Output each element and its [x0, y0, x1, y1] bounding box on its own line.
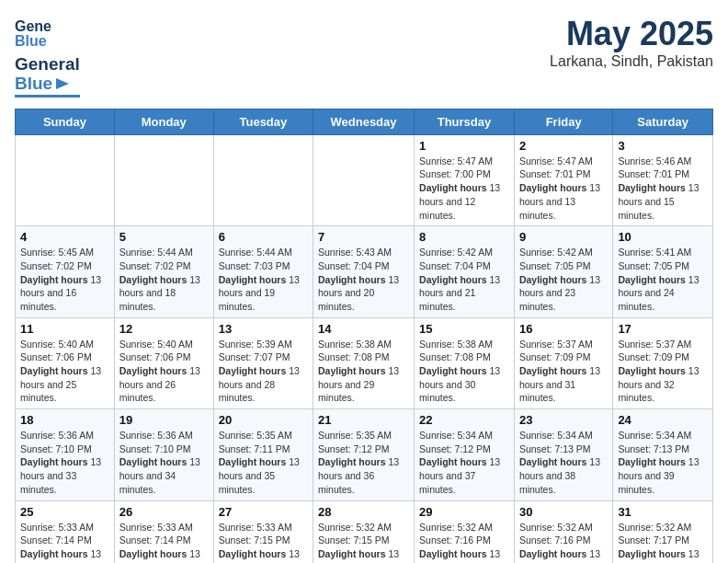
weekday-header: Thursday: [415, 109, 515, 134]
calendar-cell: 28Sunrise: 5:32 AMSunset: 7:15 PMDayligh…: [313, 500, 414, 563]
calendar-week: 1Sunrise: 5:47 AMSunset: 7:00 PMDaylight…: [16, 134, 713, 225]
calendar-cell: 29Sunrise: 5:32 AMSunset: 7:16 PMDayligh…: [415, 500, 515, 563]
calendar-cell: 6Sunrise: 5:44 AMSunset: 7:03 PMDaylight…: [213, 226, 313, 317]
day-number: 13: [219, 322, 308, 336]
day-info: Sunrise: 5:34 AMSunset: 7:12 PMDaylight …: [419, 429, 509, 496]
day-info: Sunrise: 5:38 AMSunset: 7:08 PMDaylight …: [318, 338, 409, 405]
calendar-cell: [313, 134, 414, 225]
logo: General Blue General Blue: [15, 15, 80, 98]
location-title: Larkana, Sindh, Pakistan: [550, 53, 713, 70]
day-number: 12: [119, 322, 209, 336]
day-info: Sunrise: 5:42 AMSunset: 7:04 PMDaylight …: [419, 246, 509, 313]
day-number: 17: [618, 322, 708, 336]
calendar-cell: 19Sunrise: 5:36 AMSunset: 7:10 PMDayligh…: [114, 409, 213, 500]
day-number: 15: [419, 322, 509, 336]
day-info: Sunrise: 5:34 AMSunset: 7:13 PMDaylight …: [618, 429, 708, 496]
day-info: Sunrise: 5:32 AMSunset: 7:16 PMDaylight …: [419, 521, 509, 563]
calendar-cell: 20Sunrise: 5:35 AMSunset: 7:11 PMDayligh…: [213, 409, 313, 500]
month-title: May 2025: [550, 15, 713, 53]
day-number: 16: [519, 322, 608, 336]
calendar-table: SundayMondayTuesdayWednesdayThursdayFrid…: [15, 109, 713, 563]
svg-text:General: General: [15, 18, 51, 34]
calendar-cell: 4Sunrise: 5:45 AMSunset: 7:02 PMDaylight…: [16, 226, 115, 317]
calendar-cell: 14Sunrise: 5:38 AMSunset: 7:08 PMDayligh…: [313, 317, 414, 408]
calendar-cell: 26Sunrise: 5:33 AMSunset: 7:14 PMDayligh…: [114, 500, 213, 563]
calendar-header: SundayMondayTuesdayWednesdayThursdayFrid…: [16, 109, 713, 134]
day-number: 19: [119, 413, 209, 427]
calendar-cell: 10Sunrise: 5:41 AMSunset: 7:05 PMDayligh…: [613, 226, 713, 317]
day-number: 4: [20, 230, 109, 244]
calendar-cell: [114, 134, 213, 225]
day-info: Sunrise: 5:32 AMSunset: 7:16 PMDaylight …: [519, 521, 608, 563]
calendar-cell: 7Sunrise: 5:43 AMSunset: 7:04 PMDaylight…: [313, 226, 414, 317]
calendar-cell: 16Sunrise: 5:37 AMSunset: 7:09 PMDayligh…: [514, 317, 612, 408]
calendar-cell: 25Sunrise: 5:33 AMSunset: 7:14 PMDayligh…: [16, 500, 115, 563]
calendar-week: 4Sunrise: 5:45 AMSunset: 7:02 PMDaylight…: [16, 226, 713, 317]
day-number: 9: [519, 230, 608, 244]
day-info: Sunrise: 5:44 AMSunset: 7:03 PMDaylight …: [219, 246, 308, 313]
logo-general: General: [15, 55, 80, 75]
calendar-cell: [16, 134, 115, 225]
day-number: 5: [119, 230, 209, 244]
calendar-cell: 18Sunrise: 5:36 AMSunset: 7:10 PMDayligh…: [16, 409, 115, 500]
day-number: 14: [318, 322, 409, 336]
day-info: Sunrise: 5:43 AMSunset: 7:04 PMDaylight …: [318, 246, 409, 313]
calendar-cell: 27Sunrise: 5:33 AMSunset: 7:15 PMDayligh…: [213, 500, 313, 563]
day-info: Sunrise: 5:42 AMSunset: 7:05 PMDaylight …: [519, 246, 608, 313]
day-number: 21: [318, 413, 409, 427]
calendar-cell: 3Sunrise: 5:46 AMSunset: 7:01 PMDaylight…: [613, 134, 713, 225]
weekday-header: Monday: [114, 109, 213, 134]
day-number: 6: [219, 230, 308, 244]
logo-blue: Blue: [15, 75, 52, 94]
day-number: 10: [618, 230, 708, 244]
calendar-cell: [213, 134, 313, 225]
logo-icon: General Blue: [15, 15, 51, 52]
weekday-header: Tuesday: [213, 109, 313, 134]
day-info: Sunrise: 5:33 AMSunset: 7:15 PMDaylight …: [219, 521, 308, 563]
weekday-header: Saturday: [613, 109, 713, 134]
calendar-cell: 17Sunrise: 5:37 AMSunset: 7:09 PMDayligh…: [613, 317, 713, 408]
svg-marker-3: [56, 78, 69, 89]
day-info: Sunrise: 5:47 AMSunset: 7:00 PMDaylight …: [419, 155, 509, 222]
day-number: 30: [519, 505, 608, 519]
day-info: Sunrise: 5:35 AMSunset: 7:12 PMDaylight …: [318, 429, 409, 496]
day-number: 2: [519, 139, 608, 153]
calendar-week: 11Sunrise: 5:40 AMSunset: 7:06 PMDayligh…: [16, 317, 713, 408]
calendar-cell: 12Sunrise: 5:40 AMSunset: 7:06 PMDayligh…: [114, 317, 213, 408]
day-info: Sunrise: 5:46 AMSunset: 7:01 PMDaylight …: [618, 155, 708, 222]
day-number: 29: [419, 505, 509, 519]
day-info: Sunrise: 5:44 AMSunset: 7:02 PMDaylight …: [119, 246, 209, 313]
calendar-cell: 9Sunrise: 5:42 AMSunset: 7:05 PMDaylight…: [514, 226, 612, 317]
day-info: Sunrise: 5:32 AMSunset: 7:15 PMDaylight …: [318, 521, 409, 563]
weekday-header: Sunday: [16, 109, 115, 134]
day-number: 27: [219, 505, 308, 519]
day-number: 24: [618, 413, 708, 427]
calendar-cell: 2Sunrise: 5:47 AMSunset: 7:01 PMDaylight…: [514, 134, 612, 225]
weekday-header: Wednesday: [313, 109, 414, 134]
calendar-cell: 31Sunrise: 5:32 AMSunset: 7:17 PMDayligh…: [613, 500, 713, 563]
calendar-week: 25Sunrise: 5:33 AMSunset: 7:14 PMDayligh…: [16, 500, 713, 563]
title-area: May 2025 Larkana, Sindh, Pakistan: [550, 15, 713, 70]
calendar-cell: 30Sunrise: 5:32 AMSunset: 7:16 PMDayligh…: [514, 500, 612, 563]
day-number: 7: [318, 230, 409, 244]
weekday-header: Friday: [514, 109, 612, 134]
day-info: Sunrise: 5:39 AMSunset: 7:07 PMDaylight …: [219, 338, 308, 405]
day-info: Sunrise: 5:32 AMSunset: 7:17 PMDaylight …: [618, 521, 708, 563]
day-number: 8: [419, 230, 509, 244]
calendar-cell: 21Sunrise: 5:35 AMSunset: 7:12 PMDayligh…: [313, 409, 414, 500]
day-number: 1: [419, 139, 509, 153]
day-info: Sunrise: 5:34 AMSunset: 7:13 PMDaylight …: [519, 429, 608, 496]
day-info: Sunrise: 5:45 AMSunset: 7:02 PMDaylight …: [20, 246, 109, 313]
day-info: Sunrise: 5:37 AMSunset: 7:09 PMDaylight …: [618, 338, 708, 405]
day-number: 22: [419, 413, 509, 427]
day-info: Sunrise: 5:38 AMSunset: 7:08 PMDaylight …: [419, 338, 509, 405]
calendar-week: 18Sunrise: 5:36 AMSunset: 7:10 PMDayligh…: [16, 409, 713, 500]
day-info: Sunrise: 5:40 AMSunset: 7:06 PMDaylight …: [119, 338, 209, 405]
calendar-cell: 15Sunrise: 5:38 AMSunset: 7:08 PMDayligh…: [415, 317, 515, 408]
svg-text:Blue: Blue: [15, 33, 47, 49]
day-info: Sunrise: 5:35 AMSunset: 7:11 PMDaylight …: [219, 429, 308, 496]
calendar-cell: 1Sunrise: 5:47 AMSunset: 7:00 PMDaylight…: [415, 134, 515, 225]
calendar-cell: 13Sunrise: 5:39 AMSunset: 7:07 PMDayligh…: [213, 317, 313, 408]
day-info: Sunrise: 5:33 AMSunset: 7:14 PMDaylight …: [119, 521, 209, 563]
day-number: 28: [318, 505, 409, 519]
